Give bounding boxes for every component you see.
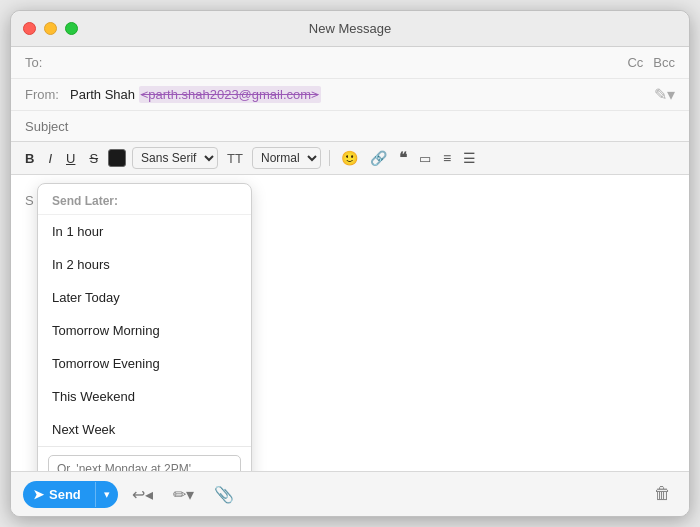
font-family-select[interactable]: Sans Serif <box>132 147 218 169</box>
to-row: To: Cc Bcc <box>11 47 689 79</box>
underline-button[interactable]: U <box>62 149 79 168</box>
from-edit-group: ✎▾ <box>654 85 675 104</box>
from-label: From: <box>25 87 70 102</box>
bold-button[interactable]: B <box>21 149 38 168</box>
send-later-item-4[interactable]: Tomorrow Evening <box>38 347 251 380</box>
cc-button[interactable]: Cc <box>627 55 643 70</box>
close-button[interactable] <box>23 22 36 35</box>
edit-from-icon[interactable]: ✎▾ <box>654 85 675 104</box>
send-later-item-5[interactable]: This Weekend <box>38 380 251 413</box>
subject-input[interactable] <box>25 119 675 134</box>
compose-footer: ➤ Send ▾ ↩◂ ✏▾ 📎 🗑 <box>11 471 689 516</box>
color-swatch[interactable] <box>108 149 126 167</box>
font-size-select[interactable]: Normal <box>252 147 321 169</box>
attachment-button[interactable]: 📎 <box>208 481 240 508</box>
italic-button[interactable]: I <box>44 149 56 168</box>
send-later-item-2[interactable]: Later Today <box>38 281 251 314</box>
formatting-toolbar: B I U S Sans Serif TT Normal 🙂 🔗 ❝ ▭ ≡ ☰ <box>11 142 689 175</box>
email-body[interactable]: S app for work Send Later: In 1 hour In … <box>11 175 689 471</box>
send-later-item-1[interactable]: In 2 hours <box>38 248 251 281</box>
unordered-list-button[interactable]: ☰ <box>460 148 479 168</box>
email-header: To: Cc Bcc From: Parth Shah <parth.shah2… <box>11 47 689 142</box>
send-later-custom-input[interactable] <box>48 455 241 471</box>
send-later-dropdown: Send Later: In 1 hour In 2 hours Later T… <box>37 183 252 471</box>
strikethrough-button[interactable]: S <box>85 149 102 168</box>
send-label: Send <box>49 487 81 502</box>
window-controls <box>23 22 78 35</box>
textbox-button[interactable]: ▭ <box>416 149 434 168</box>
bcc-button[interactable]: Bcc <box>653 55 675 70</box>
compose-window: New Message To: Cc Bcc From: Parth Shah … <box>10 10 690 517</box>
send-plane-icon: ➤ <box>33 487 44 502</box>
from-name: Parth Shah <box>70 87 135 102</box>
to-input[interactable] <box>70 55 627 70</box>
send-dropdown-button[interactable]: ▾ <box>95 482 118 507</box>
undo-button[interactable]: ↩◂ <box>126 481 159 508</box>
delete-button[interactable]: 🗑 <box>648 480 677 508</box>
send-later-item-6[interactable]: Next Week <box>38 413 251 446</box>
send-button-group: ➤ Send ▾ <box>23 481 118 508</box>
font-size-label: TT <box>224 149 246 168</box>
maximize-button[interactable] <box>65 22 78 35</box>
send-later-item-3[interactable]: Tomorrow Morning <box>38 314 251 347</box>
link-button[interactable]: 🔗 <box>367 148 390 168</box>
minimize-button[interactable] <box>44 22 57 35</box>
toolbar-divider-1 <box>329 150 330 166</box>
from-row: From: Parth Shah <parth.shah2023@gmail.c… <box>11 79 689 111</box>
subject-row <box>11 111 689 141</box>
send-later-custom-row <box>38 446 251 471</box>
signature-button[interactable]: ✏▾ <box>167 481 200 508</box>
from-email: <parth.shah2023@gmail.com> <box>139 86 321 103</box>
send-later-header: Send Later: <box>38 184 251 215</box>
emoji-button[interactable]: 🙂 <box>338 148 361 168</box>
title-bar: New Message <box>11 11 689 47</box>
send-button[interactable]: ➤ Send <box>23 481 95 508</box>
to-label: To: <box>25 55 70 70</box>
body-partial: S <box>25 193 34 208</box>
ordered-list-button[interactable]: ≡ <box>440 148 454 168</box>
cc-bcc-group: Cc Bcc <box>627 55 675 70</box>
window-title: New Message <box>309 21 391 36</box>
from-value: Parth Shah <parth.shah2023@gmail.com> <box>70 87 654 102</box>
send-later-item-0[interactable]: In 1 hour <box>38 215 251 248</box>
quote-button[interactable]: ❝ <box>396 147 410 169</box>
